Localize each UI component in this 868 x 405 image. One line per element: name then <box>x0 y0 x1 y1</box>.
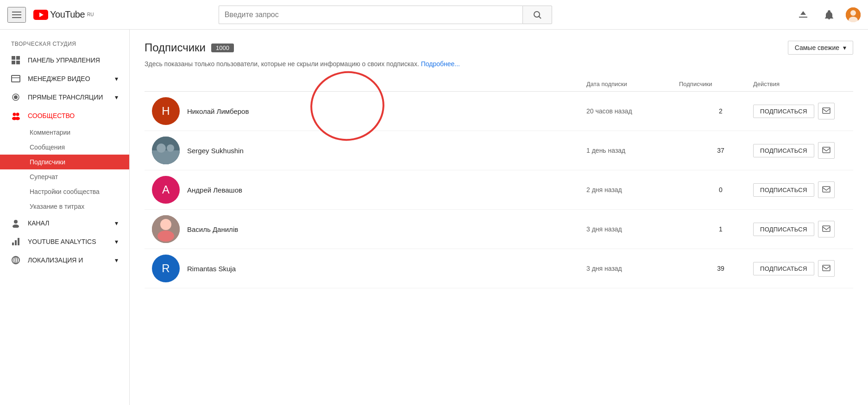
search-input[interactable] <box>219 6 522 24</box>
sidebar-sub-subscribers[interactable]: Подписчики <box>0 155 129 169</box>
video-manager-label: МЕНЕДЖЕР ВИДЕО <box>28 75 90 82</box>
table-row: Sergey Sukhushin 1 день назад 37 Подписа… <box>145 131 853 170</box>
message-icon <box>822 225 830 233</box>
upload-button[interactable] <box>794 6 812 24</box>
subscription-date: 1 день назад <box>586 147 679 154</box>
sidebar-item-community[interactable]: СООБЩЕСТВО <box>0 106 129 125</box>
user-avatar <box>152 215 180 243</box>
message-button[interactable] <box>818 181 835 198</box>
col-date-header: Дата подписки <box>586 81 679 87</box>
logo-ru: RU <box>87 12 94 17</box>
svg-rect-10 <box>16 56 20 60</box>
logo-text: YouTube <box>50 9 85 20</box>
subscribe-button[interactable]: Подписаться <box>753 183 814 197</box>
sidebar-sub-community-settings[interactable]: Настройки сообщества <box>0 184 129 199</box>
subscriber-count: 0 <box>679 186 753 193</box>
page-title: Подписчики <box>145 41 206 54</box>
live-icon <box>11 93 20 102</box>
analytics-arrow: ▾ <box>115 238 118 245</box>
info-text: Здесь показаны только пользователи, кото… <box>145 60 853 68</box>
svg-point-7 <box>850 10 856 16</box>
sidebar-item-analytics[interactable]: YOUTUBE ANALYTICS ▾ <box>0 232 129 251</box>
svg-point-33 <box>167 144 174 152</box>
sidebar-item-dashboard[interactable]: ПАНЕЛЬ УПРАВЛЕНИЯ <box>0 51 129 69</box>
user-name: Андрей Левашов <box>187 186 242 194</box>
sidebar-item-localization[interactable]: ЛОКАЛИЗАЦИЯ И ▾ <box>0 251 129 269</box>
message-button[interactable] <box>818 260 835 277</box>
subscriber-count: 1 <box>679 225 753 233</box>
subscribe-button[interactable]: Подписаться <box>753 144 814 157</box>
search-area <box>219 6 552 24</box>
subscribe-button[interactable]: Подписаться <box>753 262 814 275</box>
message-button[interactable] <box>818 142 835 159</box>
message-button[interactable] <box>818 103 835 119</box>
table-row: Н Николай Лимберов 20 часов назад 2 Подп… <box>145 92 853 131</box>
sort-label: Самые свежие <box>795 44 839 51</box>
count-badge: 1000 <box>211 44 234 52</box>
actions-cell: Подписаться <box>753 142 846 159</box>
svg-rect-31 <box>152 150 180 164</box>
actions-cell: Подписаться <box>753 181 846 198</box>
subscription-date: 2 дня назад <box>586 186 679 193</box>
info-link[interactable]: Подробнее... <box>421 60 460 68</box>
subscribe-button[interactable]: Подписаться <box>753 105 814 118</box>
subscribers-list: Н Николай Лимберов 20 часов назад 2 Подп… <box>145 92 853 288</box>
sidebar-sub-credits[interactable]: Указание в титрах <box>0 199 129 214</box>
svg-rect-23 <box>12 243 14 245</box>
user-cell: Н Николай Лимберов <box>152 97 586 125</box>
search-button[interactable] <box>522 6 552 24</box>
message-icon <box>822 186 830 194</box>
localization-arrow: ▾ <box>115 256 118 264</box>
analytics-label: YOUTUBE ANALYTICS <box>28 238 96 245</box>
svg-rect-24 <box>15 240 17 245</box>
sort-dropdown[interactable]: Самые свежие ▾ <box>788 41 853 55</box>
user-cell: Василь Данилів <box>152 215 586 243</box>
user-name: Rimantas Skuja <box>187 265 236 273</box>
youtube-logo-icon <box>33 10 48 20</box>
user-avatar <box>152 137 180 164</box>
svg-rect-39 <box>823 226 830 231</box>
dashboard-label: ПАНЕЛЬ УПРАВЛЕНИЯ <box>28 56 100 64</box>
subscription-date: 3 дня назад <box>586 225 679 233</box>
avatar[interactable] <box>846 7 861 22</box>
svg-marker-5 <box>800 11 806 15</box>
svg-rect-29 <box>823 108 830 113</box>
localization-label: ЛОКАЛИЗАЦИЯ И <box>28 256 83 264</box>
hamburger-button[interactable] <box>7 7 26 23</box>
logo[interactable]: YouTube RU <box>33 9 94 20</box>
svg-point-32 <box>157 143 166 153</box>
col-subscribers-header: Подписчики <box>679 81 753 87</box>
svg-rect-12 <box>16 61 20 64</box>
sidebar-sub-comments[interactable]: Комментарии <box>0 125 129 140</box>
message-button[interactable] <box>818 221 835 237</box>
table-row: Василь Данилів 3 дня назад 1 Подписаться <box>145 210 853 249</box>
user-avatar: R <box>152 255 180 282</box>
nav-right <box>794 6 861 24</box>
subscribe-button[interactable]: Подписаться <box>753 223 814 236</box>
subscriber-count: 2 <box>679 107 753 115</box>
svg-rect-13 <box>12 75 20 82</box>
page-title-area: Подписчики 1000 <box>145 41 234 54</box>
video-manager-arrow: ▾ <box>115 75 118 82</box>
sidebar-item-live[interactable]: ПРЯМЫЕ ТРАНСЛЯЦИИ ▾ <box>0 88 129 106</box>
svg-point-15 <box>14 95 18 99</box>
user-cell: R Rimantas Skuja <box>152 255 586 282</box>
svg-point-20 <box>15 117 20 120</box>
user-cell: А Андрей Левашов <box>152 176 586 204</box>
user-name: Sergey Sukhushin <box>187 147 244 155</box>
layout: ТВОРЧЕСКАЯ СТУДИЯ ПАНЕЛЬ УПРАВЛЕНИЯ МЕНЕ… <box>0 30 868 405</box>
user-avatar: А <box>152 176 180 204</box>
upload-icon <box>798 9 809 20</box>
actions-cell: Подписаться <box>753 103 846 119</box>
community-label: СООБЩЕСТВО <box>28 112 75 119</box>
notifications-button[interactable] <box>820 6 838 24</box>
svg-point-38 <box>157 231 174 242</box>
svg-point-21 <box>14 220 18 224</box>
sidebar-sub-superchat[interactable]: Суперчат <box>0 169 129 184</box>
user-avatar: Н <box>152 97 180 125</box>
sidebar-item-video-manager[interactable]: МЕНЕДЖЕР ВИДЕО ▾ <box>0 69 129 88</box>
sidebar-item-channel[interactable]: КАНАЛ ▾ <box>0 214 129 232</box>
message-icon <box>822 107 830 115</box>
sidebar-sub-messages[interactable]: Сообщения <box>0 140 129 155</box>
actions-cell: Подписаться <box>753 221 846 237</box>
